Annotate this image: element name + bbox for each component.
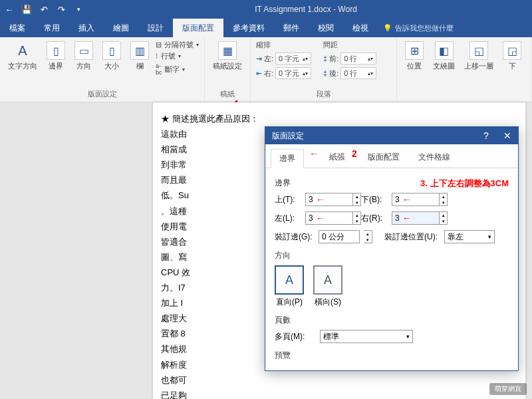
gutter-pos-combo[interactable]: 靠左▾: [444, 230, 495, 243]
tab-view[interactable]: 檢視: [343, 19, 378, 37]
position-icon: ⊞: [405, 41, 424, 60]
margins-icon: ▯: [47, 41, 65, 60]
send-backward-button[interactable]: ◲ 下: [500, 40, 524, 72]
margin-right-label: 右(R):: [361, 213, 392, 224]
indent-right-input[interactable]: 0 字元▴▾: [275, 67, 311, 79]
indent-left-value: 0 字元: [279, 54, 299, 64]
manuscript-icon: ▦: [218, 41, 237, 60]
dialog-tabs: 邊界 ← 紙張 2 版面配置 文件格線: [265, 144, 518, 168]
text-direction-button[interactable]: A 文字方向: [5, 40, 40, 72]
document-title: IT Assignment 1.docx - Word: [84, 5, 528, 14]
margins-button[interactable]: ▯ 邊界: [44, 40, 68, 72]
text-direction-label: 文字方向: [8, 61, 37, 71]
tab-file[interactable]: 檔案: [0, 19, 35, 37]
spacing-after-label: 後:: [329, 68, 338, 78]
orientation-button[interactable]: ▭ 方向: [72, 40, 96, 72]
save-icon[interactable]: 💾: [21, 4, 32, 15]
spacing-before-label: 前:: [329, 54, 338, 64]
dialog-tab-margins[interactable]: 邊界: [271, 149, 304, 168]
hyphenation-label: 斷字: [165, 65, 180, 74]
indent-right-label: 右:: [264, 68, 273, 78]
position-label: 位置: [407, 61, 422, 71]
columns-icon: ▥: [130, 41, 149, 60]
tab-insert[interactable]: 插入: [69, 19, 104, 37]
dialog-title-bar[interactable]: 版面設定 ? ✕: [265, 127, 518, 144]
orientation-label: 方向: [76, 61, 91, 71]
wrap-label: 文繞圖: [433, 61, 455, 71]
manuscript-button[interactable]: ▦ 稿紙設定: [210, 40, 245, 72]
spacing-after-input[interactable]: 0 行▴▾: [340, 67, 376, 79]
dialog-close-button[interactable]: ✕: [497, 127, 518, 144]
group-page-setup: A 文字方向 ▯ 邊界 ▭ 方向 ▯ 大小 ▥ 欄 ⊟分隔符號▾ ⁝行號▾: [0, 37, 205, 102]
gutter-input[interactable]: 0 公分: [319, 230, 360, 243]
ribbon: A 文字方向 ▯ 邊界 ▭ 方向 ▯ 大小 ▥ 欄 ⊟分隔符號▾ ⁝行號▾: [0, 37, 532, 102]
columns-button[interactable]: ▥ 欄: [128, 40, 152, 72]
orientation-portrait[interactable]: A 直向(P): [275, 265, 304, 308]
wrap-icon: ◧: [435, 41, 454, 60]
arrow-icon: ←: [316, 194, 325, 205]
wrap-button[interactable]: ◧ 文繞圖: [430, 40, 458, 72]
margin-bottom-label: 下(B):: [361, 194, 392, 205]
tab-layout[interactable]: 版面配置: [173, 19, 223, 37]
tab-draw[interactable]: 繪圖: [104, 19, 138, 37]
columns-label: 欄: [136, 61, 144, 71]
tab-mailings[interactable]: 郵件: [274, 19, 309, 37]
dialog-help-button[interactable]: ?: [475, 127, 497, 144]
size-label: 大小: [104, 61, 119, 71]
annotation-arrow-2: ←: [309, 148, 319, 168]
gutter-pos-label: 裝訂邊位置(U):: [384, 231, 440, 243]
undo-icon[interactable]: ↶: [39, 4, 49, 15]
position-button[interactable]: ⊞ 位置: [402, 40, 426, 72]
line-numbers-button[interactable]: ⁝行號▾: [156, 51, 199, 61]
gutter-label: 裝訂邊(G):: [275, 231, 315, 243]
tab-references[interactable]: 參考資料: [223, 19, 274, 37]
spacing-before-input[interactable]: 0 行▴▾: [340, 53, 376, 65]
tab-design[interactable]: 設計: [138, 19, 173, 37]
dialog-tab-grid[interactable]: 文件格線: [410, 148, 458, 168]
margin-top-input[interactable]: 3←: [305, 193, 353, 206]
margin-bottom-input[interactable]: 3←: [392, 193, 440, 206]
tab-home[interactable]: 常用: [35, 19, 69, 37]
landscape-icon: A: [313, 265, 342, 295]
orientation-landscape[interactable]: A 橫向(S): [313, 265, 342, 308]
gutter-spinner[interactable]: ▴▾: [364, 230, 372, 243]
margin-left-input[interactable]: 3←: [305, 211, 353, 225]
dialog-tab-paper[interactable]: 紙張: [321, 148, 353, 168]
indent-left-label: 左:: [264, 54, 273, 64]
gutter-pos-value: 靠左: [448, 231, 464, 243]
orientation-icon: ▭: [74, 41, 93, 60]
tell-me-label: 告訴我您想做什麼: [395, 23, 454, 33]
group-paragraph: 縮排 ⇥左:0 字元▴▾ ⇤右:0 字元▴▾ 間距 ‡前:0 行▴▾ ‡後:0 …: [251, 37, 397, 102]
dialog-tab-layout[interactable]: 版面配置: [360, 148, 408, 168]
landscape-label: 橫向(S): [315, 297, 341, 308]
redo-icon[interactable]: ↷: [56, 4, 66, 15]
ribbon-tabs: 檔案 常用 插入 繪圖 設計 版面配置 參考資料 郵件 校閱 檢視 💡 告訴我您…: [0, 19, 532, 37]
preview-section-title: 預覽: [275, 350, 509, 361]
spacing-after-value: 0 行: [344, 68, 357, 78]
qat-dropdown-icon[interactable]: ▾: [73, 4, 84, 15]
margin-bottom-spinner[interactable]: ▴▾: [440, 193, 448, 206]
back-icon[interactable]: ←: [4, 4, 15, 15]
margin-top-spinner[interactable]: ▴▾: [353, 193, 361, 206]
orientation-section-title: 方向: [275, 250, 509, 261]
indent-left-input[interactable]: 0 字元▴▾: [275, 53, 311, 65]
margin-left-spinner[interactable]: ▴▾: [353, 211, 361, 225]
breaks-button[interactable]: ⊟分隔符號▾: [156, 40, 199, 50]
annotation-2: 2: [352, 148, 357, 168]
indent-heading: 縮排: [256, 40, 311, 50]
bring-forward-button[interactable]: ◱ 上移一層: [462, 40, 496, 72]
tell-me-search[interactable]: 💡 告訴我您想做什麼: [378, 19, 459, 37]
paragraph-caption: 段落: [256, 89, 391, 100]
multi-pages-combo[interactable]: 標準▾: [320, 330, 413, 343]
size-icon: ▯: [102, 41, 121, 60]
arrow-icon: ←: [402, 194, 412, 205]
margin-right-spinner[interactable]: ▴▾: [440, 211, 448, 225]
gutter-value: 0 公分: [322, 231, 344, 243]
tab-review[interactable]: 校閱: [309, 19, 343, 37]
multi-pages-value: 標準: [323, 331, 339, 342]
title-bar: ← 💾 ↶ ↷ ▾ IT Assignment 1.docx - Word: [0, 0, 532, 19]
size-button[interactable]: ▯ 大小: [100, 40, 124, 72]
hyphenation-button[interactable]: a-bc斷字▾: [156, 63, 199, 76]
margin-right-input[interactable]: 3←: [392, 211, 440, 225]
portrait-icon: A: [275, 265, 304, 295]
